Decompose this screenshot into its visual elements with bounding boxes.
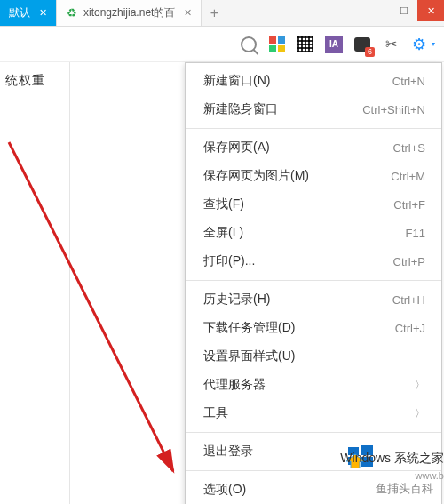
- maximize-button[interactable]: ☐: [391, 0, 417, 21]
- tab-active-label: 默认: [9, 5, 30, 20]
- chevron-right-icon: 〉: [415, 406, 425, 421]
- window-close-button[interactable]: ✕: [417, 0, 444, 21]
- menu-label: 退出登录: [203, 444, 253, 460]
- close-icon[interactable]: ✕: [184, 7, 192, 19]
- menu-label: 工具: [203, 405, 228, 421]
- search-icon[interactable]: [240, 36, 258, 53]
- scissors-icon[interactable]: ✂: [382, 36, 400, 53]
- menu-shortcut: Ctrl+S: [393, 141, 425, 155]
- menu-separator: [186, 128, 441, 129]
- menu-label: 代理服务器: [203, 377, 266, 393]
- notification-badge: 6: [365, 47, 375, 57]
- close-icon[interactable]: ✕: [39, 7, 47, 19]
- menu-item-print[interactable]: 打印(P)... Ctrl+P: [186, 247, 441, 276]
- menu-label: 新建窗口(N): [203, 73, 270, 89]
- menu-separator: [186, 432, 441, 433]
- recycle-icon: ♻: [66, 7, 78, 20]
- menu-item-proxy[interactable]: 代理服务器 〉: [186, 371, 441, 399]
- svg-line-0: [9, 142, 173, 471]
- menu-shortcut: Ctrl+M: [391, 170, 425, 183]
- menu-shortcut: Ctrl+H: [392, 293, 425, 307]
- tab-strip: 默认 ✕ ♻ xitongzhijia.net的百 ✕ + — ☐ ✕: [0, 0, 444, 27]
- apps-grid-icon[interactable]: [268, 36, 286, 53]
- divider: [69, 62, 70, 504]
- menu-item-incognito[interactable]: 新建隐身窗口 Ctrl+Shift+N: [186, 95, 441, 124]
- menu-shortcut: Ctrl+F: [393, 198, 425, 212]
- annotation-arrow: [0, 116, 195, 504]
- tab-inactive-label: xitongzhijia.net的百: [83, 5, 175, 20]
- menu-separator: [186, 470, 441, 471]
- qrcode-icon[interactable]: [297, 36, 314, 53]
- menu-item-find[interactable]: 查找(F) Ctrl+F: [186, 190, 441, 219]
- sidebar-text: 统权重: [5, 73, 45, 89]
- new-tab-button[interactable]: +: [202, 0, 226, 26]
- menu-label: 查找(F): [203, 196, 244, 212]
- minimize-button[interactable]: —: [364, 0, 391, 21]
- menu-item-history[interactable]: 历史记录(H) Ctrl+H: [186, 285, 441, 314]
- chevron-right-icon: 〉: [415, 378, 425, 393]
- menu-label: 下载任务管理(D): [203, 320, 295, 336]
- menu-shortcut: Ctrl+P: [393, 255, 425, 268]
- menu-label: 新建隐身窗口: [203, 101, 278, 117]
- menu-item-new-window[interactable]: 新建窗口(N) Ctrl+N: [186, 67, 441, 95]
- menu-label: 打印(P)...: [203, 253, 255, 269]
- watermark-text: Windows 系统之家: [340, 451, 444, 467]
- toolbar: IA 6 ✂ ⚙ ▾: [0, 27, 444, 62]
- tab-active[interactable]: 默认 ✕: [0, 0, 57, 26]
- menu-shortcut: Ctrl+Shift+N: [362, 103, 425, 116]
- menu-label: 保存网页(A): [203, 140, 270, 156]
- menu-label: 历史记录(H): [203, 292, 270, 308]
- menu-label: 设置界面样式(U): [203, 348, 295, 364]
- menu-separator: [186, 280, 441, 281]
- menu-item-fullscreen[interactable]: 全屏(L) F11: [186, 219, 441, 247]
- menu-item-save-image[interactable]: 保存网页为图片(M) Ctrl+M: [186, 162, 441, 190]
- watermark-corner: 鱼捕头百科: [370, 479, 439, 499]
- menu-item-downloads[interactable]: 下载任务管理(D) Ctrl+J: [186, 314, 441, 342]
- notes-icon[interactable]: 6: [353, 36, 371, 53]
- menu-item-ui-style[interactable]: 设置界面样式(U): [186, 342, 441, 371]
- ia-badge-icon[interactable]: IA: [325, 36, 343, 53]
- settings-gear-icon[interactable]: ⚙: [410, 36, 428, 53]
- menu-shortcut: Ctrl+N: [392, 75, 425, 88]
- menu-shortcut: F11: [406, 227, 425, 240]
- menu-item-save-page[interactable]: 保存网页(A) Ctrl+S: [186, 133, 441, 162]
- tab-inactive[interactable]: ♻ xitongzhijia.net的百 ✕: [57, 0, 202, 26]
- menu-label: 全屏(L): [203, 225, 243, 241]
- window-controls: — ☐ ✕: [364, 0, 444, 21]
- menu-label: 选项(O): [203, 482, 246, 498]
- page-area: 统权重 新建窗口(N) Ctrl+N 新建隐身窗口 Ctrl+Shift+N 保…: [0, 62, 444, 504]
- chevron-down-icon[interactable]: ▾: [432, 40, 435, 48]
- main-menu: 新建窗口(N) Ctrl+N 新建隐身窗口 Ctrl+Shift+N 保存网页(…: [185, 62, 442, 504]
- menu-shortcut: Ctrl+J: [395, 322, 425, 335]
- menu-item-tools[interactable]: 工具 〉: [186, 399, 441, 428]
- menu-label: 保存网页为图片(M): [203, 168, 309, 184]
